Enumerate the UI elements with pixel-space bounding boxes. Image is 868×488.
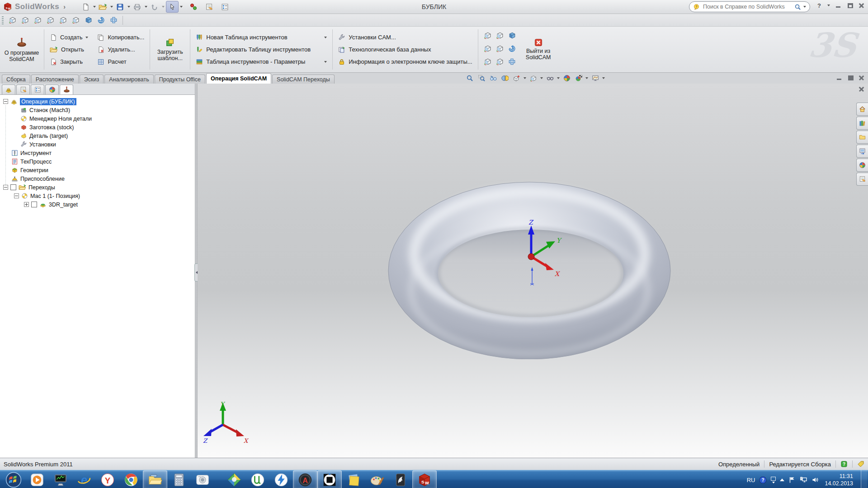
graphics-viewport[interactable]: Z Y X Y X Z <box>198 84 868 458</box>
tree-row-fixture[interactable]: Приспособление <box>0 174 195 183</box>
new-document-button[interactable] <box>80 1 92 12</box>
tree-label-settings[interactable]: Установки <box>29 141 56 148</box>
featuremanager-tree-tab[interactable] <box>2 84 15 94</box>
tree-label-3dr-target[interactable]: 3DR_target <box>49 202 78 208</box>
taskpane-appearances-tab[interactable] <box>856 159 868 172</box>
view-right-button[interactable] <box>44 15 56 26</box>
tree-label-mac1[interactable]: Мас 1 (1- Позиция) <box>30 193 80 199</box>
view-trimetric-button[interactable] <box>95 15 107 26</box>
taskbar-daemon-tools[interactable] <box>269 471 293 488</box>
search-magnifier-icon[interactable] <box>794 4 801 10</box>
doc-close-button[interactable] <box>858 74 865 81</box>
taskbar-utorrent[interactable] <box>246 471 269 488</box>
tree-row-zero-manager[interactable]: Менеджер Ноля детали <box>0 114 195 123</box>
view-orientation-dropdown-icon[interactable] <box>524 77 526 79</box>
zoom-fit-button[interactable] <box>465 74 474 83</box>
help-button[interactable]: ? <box>816 2 823 9</box>
new-dropdown-icon[interactable] <box>93 6 96 8</box>
help-dropdown-icon[interactable] <box>827 5 830 6</box>
collapse-icon[interactable] <box>3 185 8 190</box>
edit-tool-table-button[interactable]: Редактировать Таблицу инструментов <box>193 44 330 56</box>
action-center-flag-icon[interactable] <box>788 476 796 483</box>
transitions-checkbox[interactable] <box>10 184 16 190</box>
tree-label-target[interactable]: Деталь (target) <box>29 133 68 139</box>
cam-view-6-button[interactable] <box>507 43 518 54</box>
tree-row-stock[interactable]: Заготовка (stock) <box>0 123 195 131</box>
rebuild-button[interactable] <box>188 1 199 12</box>
hide-show-items-button[interactable] <box>545 74 555 83</box>
taskbar-media-player[interactable] <box>25 471 49 488</box>
apply-scene-button[interactable] <box>562 74 571 83</box>
taskbar-internet-explorer[interactable] <box>72 471 96 488</box>
help-search-box[interactable] <box>689 1 810 12</box>
tech-db-button[interactable]: Технологическая база данных <box>335 44 475 56</box>
open-dropdown-icon[interactable] <box>110 6 113 8</box>
restore-button[interactable] <box>846 2 854 9</box>
tool-table-params-button[interactable]: Таблица инструментов - Параметры <box>193 56 330 68</box>
tree-row-geometries[interactable]: Геометрии <box>0 166 195 174</box>
undo-dropdown-icon[interactable] <box>162 6 165 8</box>
tree-row-techprocess[interactable]: ТехПроцесс <box>0 157 195 166</box>
tree-row-operation[interactable]: Операция (БУБЛИК) <box>0 97 195 106</box>
view-bottom-button[interactable] <box>70 15 81 26</box>
taskpane-view-palette-tab[interactable] <box>856 145 868 158</box>
options-button[interactable] <box>219 1 231 12</box>
start-button[interactable] <box>2 471 25 488</box>
section-view-button[interactable] <box>500 74 509 83</box>
tree-row-settings[interactable]: Установки <box>0 140 195 149</box>
cam-view-1-button[interactable] <box>482 30 493 41</box>
calculate-button[interactable]: Расчет <box>94 56 147 68</box>
tree-row-mac1[interactable]: Мас 1 (1- Позиция) <box>0 192 195 200</box>
exit-solidcam-button[interactable]: Выйти из SolidCAM <box>520 27 557 72</box>
doc-minimize-button[interactable] <box>835 74 843 81</box>
menu-expand-chevron-icon[interactable]: › <box>63 3 66 10</box>
tray-mini-window[interactable] <box>771 477 776 483</box>
taskbar-solidworks[interactable] <box>412 470 437 488</box>
tray-help-orb-icon[interactable] <box>759 476 767 484</box>
taskbar-yandex-browser[interactable] <box>96 471 119 488</box>
tree-label-machine[interactable]: Станок (Mach3) <box>29 107 70 113</box>
copy-button[interactable]: Копировать... <box>94 32 147 43</box>
tree-label-fixture[interactable]: Приспособление <box>20 176 65 182</box>
tree-label-operation[interactable]: Операция (БУБЛИК) <box>20 98 76 105</box>
taskbar-red-a-app[interactable] <box>293 470 317 488</box>
tree-row-tool[interactable]: Инструмент <box>0 149 195 157</box>
tree-label-stock[interactable]: Заготовка (stock) <box>29 124 74 131</box>
display-style-dropdown-icon[interactable] <box>540 77 543 79</box>
taskpane-design-library-tab[interactable] <box>856 117 868 130</box>
tab-produkty-office[interactable]: Продукты Office <box>155 75 205 84</box>
cam-settings-button[interactable]: Установки CAM... <box>335 32 475 43</box>
taskbar-recorder[interactable] <box>317 470 342 488</box>
tray-show-hidden-icon[interactable] <box>780 479 784 481</box>
cam-view-5-button[interactable] <box>495 43 505 54</box>
undo-button[interactable] <box>149 1 160 12</box>
select-tool-button[interactable] <box>166 1 179 13</box>
solidcam-manager-tab[interactable] <box>60 84 73 94</box>
view-back-button[interactable] <box>19 15 31 26</box>
view-top-button[interactable] <box>57 15 69 26</box>
select-dropdown-icon[interactable] <box>180 6 183 8</box>
view-settings-dropdown-icon[interactable] <box>585 77 588 79</box>
taskbar-system-monitor[interactable] <box>49 471 72 488</box>
view-isometric-button[interactable] <box>82 15 94 26</box>
collapse-icon[interactable] <box>14 193 19 198</box>
tree-row-3dr-target[interactable]: 3DR_target <box>0 200 195 209</box>
3dr-target-checkbox[interactable] <box>31 202 37 207</box>
delete-button[interactable]: Удалить... <box>94 44 147 56</box>
taskpane-custom-properties-tab[interactable] <box>856 173 868 186</box>
view-front-button[interactable] <box>6 15 18 26</box>
taskbar-dragon-app[interactable] <box>389 471 412 488</box>
tree-label-transitions[interactable]: Переходы <box>28 184 55 191</box>
taskbar-paint[interactable] <box>365 471 389 488</box>
cam-view-8-button[interactable] <box>495 56 505 67</box>
print-dropdown-icon[interactable] <box>145 6 147 8</box>
taskbar-mediaget[interactable] <box>222 471 246 488</box>
view-normal-to-button[interactable] <box>108 15 119 26</box>
about-solidcam-button[interactable]: О программе SolidCAM <box>2 27 42 72</box>
taskbar-sticky-notes[interactable] <box>342 471 365 488</box>
new-tool-table-button[interactable]: Новая Таблица инструментов <box>193 32 330 43</box>
show-desktop-button[interactable] <box>861 470 867 488</box>
print-button[interactable] <box>132 1 143 12</box>
tree-label-zero-manager[interactable]: Менеджер Ноля детали <box>29 116 92 122</box>
file-properties-button[interactable] <box>203 1 215 12</box>
